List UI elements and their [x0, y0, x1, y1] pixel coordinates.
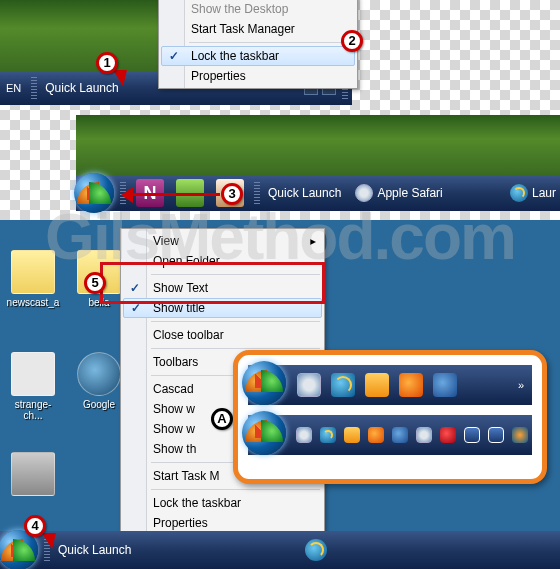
- menu-item-open-folder[interactable]: Open Folder: [123, 251, 322, 271]
- ie-icon[interactable]: [320, 427, 336, 443]
- taskbar-3[interactable]: Quick Launch: [0, 531, 560, 569]
- check-icon: ✓: [169, 49, 179, 63]
- start-orb[interactable]: [242, 411, 286, 455]
- arrow-line: [130, 193, 220, 196]
- firefox-icon[interactable]: [368, 427, 384, 443]
- menu-separator: [151, 348, 320, 349]
- callout-badge-1: 1: [96, 52, 118, 74]
- arrow-icon: [42, 533, 56, 549]
- chevron-right-icon[interactable]: »: [518, 379, 524, 391]
- check-icon: ✓: [131, 301, 141, 315]
- menu-separator: [189, 42, 353, 43]
- callout-compare: »: [233, 350, 547, 484]
- safari-icon[interactable]: [297, 373, 321, 397]
- start-orb[interactable]: [242, 361, 286, 405]
- safari-icon[interactable]: [355, 184, 373, 202]
- menu-item-lock-taskbar[interactable]: ✓ Lock the taskbar: [161, 46, 355, 66]
- outlook-icon[interactable]: [344, 427, 360, 443]
- thunderbird-icon[interactable]: [392, 427, 408, 443]
- thunderbird-icon[interactable]: [433, 373, 457, 397]
- ie-icon[interactable]: [510, 184, 528, 202]
- firefox-icon[interactable]: [399, 373, 423, 397]
- display-icon[interactable]: [464, 427, 480, 443]
- quick-launch-label[interactable]: Quick Launch: [41, 81, 122, 95]
- menu-item-start-task-manager[interactable]: Start Task Manager: [161, 19, 355, 39]
- taskbar-context-menu-1: Show the Desktop Start Task Manager ✓ Lo…: [158, 0, 358, 89]
- icon-label: strange-ch...: [15, 399, 52, 421]
- menu-item-show-desktop[interactable]: Show the Desktop: [161, 0, 355, 19]
- arrow-icon: [113, 70, 127, 86]
- desktop-icon-strange[interactable]: strange-ch...: [6, 352, 60, 421]
- language-indicator[interactable]: EN: [0, 82, 27, 94]
- menu-item-close-toolbar[interactable]: Close toolbar: [123, 325, 322, 345]
- browser-icon[interactable]: [416, 427, 432, 443]
- menu-separator: [151, 489, 320, 490]
- callout-badge-2: 2: [341, 30, 363, 52]
- media-player-icon[interactable]: [512, 427, 528, 443]
- menu-item-lock-taskbar[interactable]: Lock the taskbar: [123, 493, 322, 513]
- quick-launch-label[interactable]: Quick Launch: [264, 186, 345, 200]
- opera-icon[interactable]: [440, 427, 456, 443]
- menu-item-properties[interactable]: Properties: [123, 513, 322, 533]
- taskbar-item-safari[interactable]: Apple Safari: [373, 186, 446, 200]
- check-icon: ✓: [130, 281, 140, 295]
- callout-badge-A: A: [211, 408, 233, 430]
- ie-icon[interactable]: [305, 539, 327, 561]
- chevron-right-icon: ▸: [310, 234, 316, 248]
- menu-separator: [151, 321, 320, 322]
- menu-item-show-title[interactable]: ✓Show title: [123, 298, 322, 318]
- icon-label: newscast_a: [7, 297, 60, 308]
- outlook-icon[interactable]: [365, 373, 389, 397]
- start-orb[interactable]: [74, 173, 114, 213]
- desktop-icon-file[interactable]: [6, 452, 60, 499]
- taskbar-item-truncated[interactable]: Laur: [528, 186, 560, 200]
- safari-icon[interactable]: [296, 427, 312, 443]
- arrow-head-icon: [121, 187, 133, 203]
- menu-separator: [151, 274, 320, 275]
- globe-icon: [77, 352, 121, 396]
- desktop-icon-newscast[interactable]: newscast_a: [6, 250, 60, 308]
- ie-icon[interactable]: [331, 373, 355, 397]
- toolbar-grip[interactable]: [31, 77, 37, 99]
- file-icon: [11, 352, 55, 396]
- desktop-icon-google[interactable]: Google: [72, 352, 126, 410]
- menu-item-view[interactable]: View▸: [123, 231, 322, 251]
- toolbar-grip[interactable]: [254, 182, 260, 204]
- panel-2: N Quick Launch Apple Safari Laur: [76, 115, 560, 211]
- callout-badge-5: 5: [84, 272, 106, 294]
- icon-label: Google: [83, 399, 115, 410]
- callout-badge-4: 4: [24, 515, 46, 537]
- icon-label: bella: [88, 297, 109, 308]
- file-icon: [11, 452, 55, 496]
- callout-badge-3: 3: [221, 183, 243, 205]
- display-icon[interactable]: [488, 427, 504, 443]
- menu-item-show-text[interactable]: ✓Show Text: [123, 278, 322, 298]
- menu-item-properties[interactable]: Properties: [161, 66, 355, 86]
- folder-icon: [11, 250, 55, 294]
- example-taskbar-large: »: [248, 365, 532, 405]
- example-taskbar-small: [248, 415, 532, 455]
- quick-launch-label[interactable]: Quick Launch: [54, 543, 135, 557]
- desktop-grass: [76, 115, 560, 175]
